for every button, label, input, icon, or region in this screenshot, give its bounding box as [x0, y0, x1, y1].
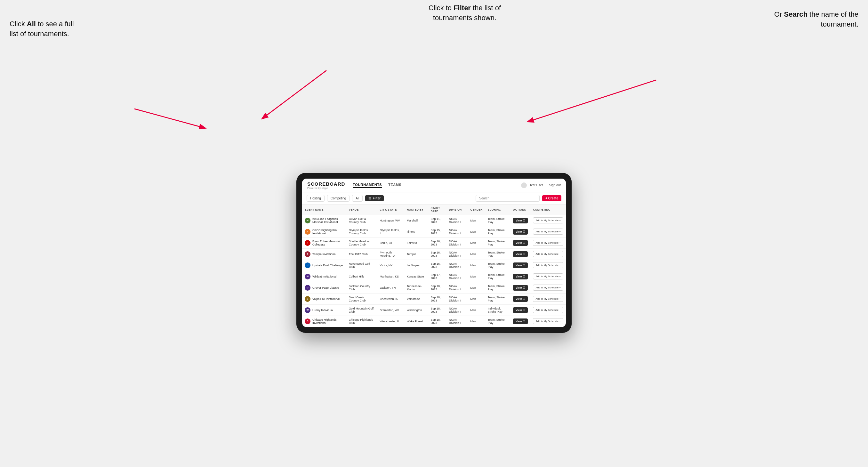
col-scoring: SCORING — [485, 205, 511, 215]
table-row: T Temple Invitational The 1912 Club Plym… — [302, 248, 566, 259]
view-button-6[interactable]: View ☉ — [513, 285, 528, 291]
table-row: W Husky Individual Gold Mountain Golf Cl… — [302, 304, 566, 316]
tab-hosting[interactable]: Hosting — [307, 195, 324, 201]
cell-competing-0: Add to My Schedule + — [530, 215, 566, 226]
cell-venue-5: Colbert Hills — [346, 271, 377, 282]
cell-city-9: Westchester, IL — [377, 316, 404, 327]
view-button-0[interactable]: View ☉ — [513, 218, 528, 223]
add-to-schedule-button-6[interactable]: Add to My Schedule + — [533, 285, 563, 291]
add-to-schedule-button-5[interactable]: Add to My Schedule + — [533, 273, 563, 279]
table-header-row: EVENT NAME VENUE CITY, STATE HOSTED BY S… — [302, 205, 566, 215]
search-input[interactable] — [475, 195, 539, 201]
cell-city-8: Bremerton, WA — [377, 304, 404, 316]
create-button[interactable]: + Create — [542, 195, 561, 201]
nav-tab-tournaments[interactable]: TOURNAMENTS — [353, 183, 382, 188]
view-button-2[interactable]: View ☉ — [513, 240, 528, 246]
nav-tab-teams[interactable]: TEAMS — [388, 183, 401, 188]
cell-gender-7: Men — [468, 293, 485, 304]
event-name-text-0: 2023 Joe Feaganes Marshall Invitational — [312, 217, 344, 224]
cell-date-9: Sep 18, 2023 — [428, 316, 446, 327]
header-left: SCOREBOARD Powered by clippd TOURNAMENTS… — [307, 181, 401, 189]
eye-icon: ☉ — [523, 264, 525, 267]
cell-scoring-4: Team, Stroke Play — [485, 259, 511, 271]
table-row: W Wildcat Invitational Colbert Hills Man… — [302, 271, 566, 282]
cell-date-6: Sep 18, 2023 — [428, 282, 446, 293]
team-logo-0: M — [305, 218, 310, 223]
eye-icon: ☉ — [523, 309, 525, 312]
cell-event-name-5: W Wildcat Invitational — [302, 271, 346, 282]
eye-icon: ☉ — [523, 286, 525, 289]
cell-city-5: Manhattan, KS — [377, 271, 404, 282]
add-to-schedule-button-1[interactable]: Add to My Schedule + — [533, 228, 563, 235]
team-logo-4: U — [305, 262, 310, 268]
cell-scoring-2: Team, Stroke Play — [485, 237, 511, 248]
cell-gender-3: Men — [468, 248, 485, 259]
view-button-8[interactable]: View ☉ — [513, 307, 528, 313]
eye-icon: ☉ — [523, 275, 525, 278]
filter-button[interactable]: ☷ Filter — [365, 195, 383, 201]
cell-division-1: NCAA Division I — [446, 226, 468, 237]
cell-scoring-5: Team, Stroke Play — [485, 271, 511, 282]
view-button-1[interactable]: View ☉ — [513, 229, 528, 235]
team-logo-7: V — [305, 296, 310, 302]
col-city-state: CITY, STATE — [377, 205, 404, 215]
cell-actions-3: View ☉ — [510, 248, 530, 259]
cell-gender-4: Men — [468, 259, 485, 271]
view-button-9[interactable]: View ☉ — [513, 318, 528, 324]
cell-division-3: NCAA Division I — [446, 248, 468, 259]
view-button-5[interactable]: View ☉ — [513, 274, 528, 279]
eye-icon: ☉ — [523, 219, 525, 222]
cell-division-0: NCAA Division I — [446, 215, 468, 226]
table-row: M 2023 Joe Feaganes Marshall Invitationa… — [302, 215, 566, 226]
add-to-schedule-button-3[interactable]: Add to My Schedule + — [533, 251, 563, 257]
event-name-text-9: Chicago Highlands Invitational — [312, 318, 344, 324]
team-logo-3: T — [305, 251, 310, 257]
cell-venue-9: Chicago Highlands Club — [346, 316, 377, 327]
cell-gender-8: Men — [468, 304, 485, 316]
cell-scoring-1: Team, Stroke Play — [485, 226, 511, 237]
cell-actions-2: View ☉ — [510, 237, 530, 248]
sign-out-link[interactable]: Sign out — [549, 183, 561, 187]
cell-actions-4: View ☉ — [510, 259, 530, 271]
add-to-schedule-button-4[interactable]: Add to My Schedule + — [533, 262, 563, 268]
cell-competing-1: Add to My Schedule + — [530, 226, 566, 237]
cell-venue-7: Sand Creek Country Club — [346, 293, 377, 304]
add-to-schedule-button-7[interactable]: Add to My Schedule + — [533, 296, 563, 302]
cell-division-5: NCAA Division I — [446, 271, 468, 282]
tournaments-table-container: EVENT NAME VENUE CITY, STATE HOSTED BY S… — [302, 205, 566, 327]
logo-sub: Powered by clippd — [307, 187, 345, 189]
event-name-text-8: Husky Individual — [312, 309, 334, 312]
cell-hosted-7: Valparaiso — [404, 293, 428, 304]
team-logo-2: F — [305, 240, 310, 246]
cell-venue-4: Ravenwood Golf Club — [346, 259, 377, 271]
cell-event-name-9: C Chicago Highlands Invitational — [302, 316, 346, 327]
view-button-4[interactable]: View ☉ — [513, 262, 528, 268]
logo-text: SCOREBOARD — [307, 181, 345, 187]
cell-scoring-8: Individual, Stroke Play — [485, 304, 511, 316]
cell-actions-8: View ☉ — [510, 304, 530, 316]
cell-scoring-7: Team, Stroke Play — [485, 293, 511, 304]
user-avatar-icon — [521, 182, 527, 188]
cell-event-name-4: U Upstate Dual Challenge — [302, 259, 346, 271]
cell-scoring-6: Team, Stroke Play — [485, 282, 511, 293]
view-button-7[interactable]: View ☉ — [513, 296, 528, 302]
view-button-3[interactable]: View ☉ — [513, 251, 528, 257]
table-row: U Upstate Dual Challenge Ravenwood Golf … — [302, 259, 566, 271]
add-to-schedule-button-2[interactable]: Add to My Schedule + — [533, 240, 563, 246]
add-to-schedule-button-9[interactable]: Add to My Schedule + — [533, 318, 563, 324]
annotation-all: Click All to see a full list of tourname… — [9, 19, 80, 39]
eye-icon: ☉ — [523, 253, 525, 256]
cell-date-1: Sep 15, 2023 — [428, 226, 446, 237]
tab-all[interactable]: All — [352, 195, 363, 201]
cell-division-4: NCAA Division I — [446, 259, 468, 271]
tab-competing[interactable]: Competing — [327, 195, 349, 201]
add-to-schedule-button-8[interactable]: Add to My Schedule + — [533, 307, 563, 313]
table-row: V Valpo Fall Invitational Sand Creek Cou… — [302, 293, 566, 304]
filter-icon: ☷ — [368, 196, 371, 200]
event-name-text-7: Valpo Fall Invitational — [312, 298, 340, 301]
add-to-schedule-button-0[interactable]: Add to My Schedule + — [533, 217, 563, 223]
cell-date-5: Sep 17, 2023 — [428, 271, 446, 282]
cell-date-4: Sep 16, 2023 — [428, 259, 446, 271]
cell-date-7: Sep 18, 2023 — [428, 293, 446, 304]
cell-actions-1: View ☉ — [510, 226, 530, 237]
